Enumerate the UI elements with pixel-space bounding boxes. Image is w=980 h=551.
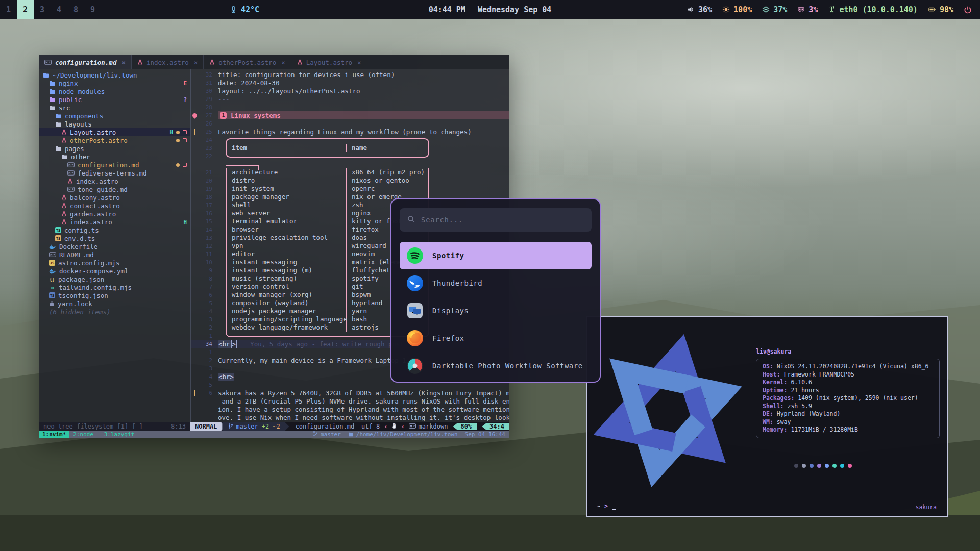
cpu-module[interactable]: 37% [762, 5, 787, 14]
launcher-results: SpotifyThunderbirdDisplaysFirefoxDarktab… [391, 239, 600, 380]
separator-chevron: ‹ [384, 423, 387, 430]
tree-item-label: tone-guide.md [78, 186, 128, 193]
tab-close-icon[interactable]: × [357, 59, 361, 66]
folder-icon [55, 121, 62, 127]
svg-text:TS: TS [56, 237, 60, 241]
volume-module[interactable]: 36% [687, 5, 712, 14]
line-number: 9 [199, 267, 212, 274]
tree-item[interactable]: Dockerfile [39, 242, 190, 251]
workspace-button[interactable]: 2 [17, 0, 34, 19]
tree-item-label: fediverse-terms.md [78, 169, 146, 177]
tab-close-icon[interactable]: × [281, 59, 285, 66]
fetch-info-label: DE: [763, 410, 777, 418]
tree-item[interactable]: index.astro [39, 177, 190, 185]
line-text: layout: ../../layouts/otherPost.astro [218, 87, 360, 95]
workspace-button[interactable]: 3 [34, 0, 51, 19]
tree-item[interactable]: pages [39, 144, 190, 153]
tab-close-icon[interactable]: × [194, 59, 198, 66]
tree-item[interactable]: nginxE [39, 79, 190, 87]
launcher-item[interactable]: Thunderbird [400, 269, 592, 297]
editor-tab-bar: configuration.md×index.astro×otherPost.a… [39, 55, 509, 69]
tree-item[interactable]: garden.astro [39, 210, 190, 218]
workspace-button[interactable]: 4 [51, 0, 67, 19]
tree-item[interactable]: ≈tailwind.config.mjs [39, 283, 190, 291]
launcher-item-label: Spotify [432, 252, 464, 260]
tree-item[interactable]: TSconfig.ts [39, 226, 190, 234]
tmux-window[interactable]: 2:node- [69, 431, 100, 438]
tmux-window[interactable]: 3:lazygit [101, 431, 138, 438]
table-cell-name: x86_64 (rip m2 pro) [347, 168, 428, 177]
line-number: 18 [199, 194, 212, 201]
editor-tab[interactable]: Layout.astro× [291, 55, 368, 69]
editor-line: 19init systemopenrc [191, 185, 509, 193]
editor-tab[interactable]: otherPost.astro× [204, 55, 291, 69]
tree-item[interactable]: {}package.json [39, 275, 190, 283]
editor-tab[interactable]: index.astro× [132, 55, 204, 69]
launcher-item[interactable]: Darktable Photo Workflow Software [400, 352, 592, 380]
network-module[interactable]: eth0 (10.0.0.140) [828, 5, 918, 14]
line-number: 24 [199, 137, 212, 143]
fetch-info-box: OS: NixOS 24.11.20240828.71e91c4 (Vicuna… [756, 359, 940, 438]
fastfetch-terminal-window[interactable]: liv@sakura OS: NixOS 24.11.20240828.71e9… [586, 316, 948, 517]
line-number: 16 [199, 210, 212, 217]
fetch-info-label: Kernel: [763, 379, 791, 387]
brightness-module[interactable]: 100% [722, 5, 752, 14]
search-input[interactable] [421, 216, 584, 224]
table-cell-item: instant messaging (m) [227, 266, 347, 274]
launcher-item[interactable]: Firefox [400, 324, 592, 352]
battery-module[interactable]: 98% [928, 5, 953, 14]
tree-item[interactable]: TStsconfig.json [39, 291, 190, 299]
table-cell-name: name [347, 144, 428, 152]
tab-close-icon[interactable]: × [121, 59, 126, 66]
astro-icon [209, 59, 215, 65]
line-number: 2 [199, 357, 212, 364]
tree-item[interactable]: JSastro.config.mjs [39, 259, 190, 267]
inline-html-tag: <br [218, 340, 231, 348]
tmux-branch: master [313, 431, 341, 438]
tree-item[interactable]: contact.astro [39, 202, 190, 210]
svg-text:{}: {} [50, 277, 55, 282]
power-icon[interactable] [964, 6, 972, 14]
line-number: 7 [199, 284, 212, 290]
tree-item[interactable]: Layout.astroH [39, 128, 190, 136]
tmux-window[interactable]: 1:nvim* [39, 431, 69, 438]
memory-module[interactable]: 3% [797, 5, 818, 14]
tree-item[interactable]: balcony.astro [39, 193, 190, 202]
fetch-info-label: Uptime: [763, 387, 791, 395]
tree-item[interactable]: src [39, 104, 190, 112]
tree-item[interactable]: yarn.lock [39, 299, 190, 308]
launcher-item[interactable]: Displays [400, 297, 592, 324]
line-number: 4 [199, 308, 212, 315]
line-number: 30 [199, 88, 212, 94]
tree-item[interactable]: public? [39, 95, 190, 104]
tree-item[interactable]: other [39, 153, 190, 161]
tree-item[interactable]: fediverse-terms.md [39, 169, 190, 177]
unstaged-square-icon [183, 138, 187, 142]
tree-item[interactable]: tone-guide.md [39, 185, 190, 193]
tree-item[interactable]: README.md [39, 251, 190, 259]
tree-item[interactable]: node_modules [39, 87, 190, 95]
tree-item[interactable]: index.astroH [39, 218, 190, 226]
tree-item[interactable]: configuration.md [39, 161, 190, 169]
workspace-button[interactable]: 8 [67, 0, 84, 19]
tree-item[interactable]: otherPost.astro [39, 136, 190, 144]
line-number: 6 [199, 390, 212, 396]
tree-item[interactable]: layouts [39, 120, 190, 128]
memory-icon [797, 6, 805, 13]
fetch-info-value: zsh 5.9 [787, 403, 812, 411]
launcher-item[interactable]: Spotify [400, 242, 592, 269]
workspace-button[interactable]: 1 [0, 0, 17, 19]
tree-item[interactable]: ~/Development/liv.town [39, 71, 190, 79]
line-number: 23 [199, 145, 212, 152]
line-number: 20 [199, 178, 212, 184]
workspace-button[interactable]: 9 [84, 0, 101, 19]
editor-line: 29--- [191, 95, 509, 103]
bookmark-pin-icon [191, 112, 198, 119]
tree-item[interactable]: docker-compose.yml [39, 267, 190, 275]
brightness-icon [722, 6, 730, 13]
fetch-info-value: 1409 (nix-system), 2590 (nix-user) [798, 394, 918, 403]
tree-item[interactable]: components [39, 112, 190, 120]
tree-item[interactable]: TSenv.d.ts [39, 234, 190, 242]
editor-tab[interactable]: configuration.md× [39, 55, 132, 69]
shell-prompt[interactable]: ~ > [597, 503, 616, 510]
